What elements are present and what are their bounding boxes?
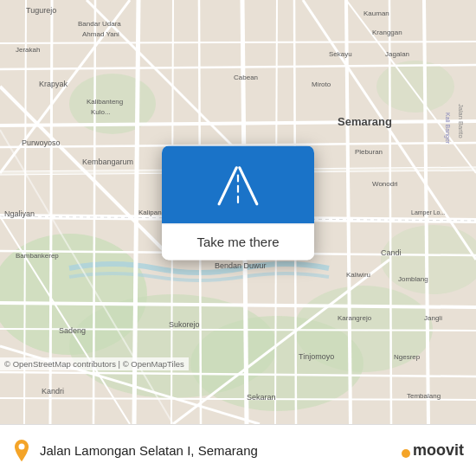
map-container[interactable]: Tugurejo Jerakah Bandar Udara Ahmad Yani… xyxy=(0,0,476,424)
road-navigation-icon xyxy=(208,158,268,210)
svg-text:Sekayu: Sekayu xyxy=(329,50,352,58)
moovit-text: moovit xyxy=(413,441,464,460)
svg-text:Kembangarum: Kembangarum xyxy=(82,158,133,166)
svg-text:Wonodri: Wonodri xyxy=(372,180,398,188)
popup-icon-area xyxy=(162,145,314,223)
moovit-logo: moovit xyxy=(402,441,464,460)
svg-text:Tembalang: Tembalang xyxy=(407,392,441,400)
svg-line-80 xyxy=(240,168,257,204)
svg-text:Jangli: Jangli xyxy=(424,314,442,322)
svg-text:Candi: Candi xyxy=(381,248,402,257)
svg-text:Jomblang: Jomblang xyxy=(398,275,428,283)
svg-text:Bambankerep: Bambankerep xyxy=(16,252,59,260)
svg-text:Kranggan: Kranggan xyxy=(372,29,402,36)
svg-text:Kulo...: Kulo... xyxy=(91,108,111,116)
svg-text:Bandar Udara: Bandar Udara xyxy=(78,20,121,28)
svg-line-79 xyxy=(219,168,236,204)
svg-text:Kandri: Kandri xyxy=(42,387,64,396)
svg-text:Ngesrep: Ngesrep xyxy=(394,353,421,361)
svg-text:Lamper Lo...: Lamper Lo... xyxy=(411,209,445,216)
svg-text:Sukorejo: Sukorejo xyxy=(169,320,200,329)
take-me-there-button[interactable]: Take me there xyxy=(162,223,314,260)
svg-text:Miroto: Miroto xyxy=(312,80,331,88)
svg-point-84 xyxy=(19,443,25,449)
svg-text:Semarang: Semarang xyxy=(338,115,392,128)
map-attribution: © OpenStreetMap contributors | © OpenMap… xyxy=(0,357,189,370)
svg-point-7 xyxy=(376,61,454,113)
svg-text:Krapyak: Krapyak xyxy=(39,80,68,88)
svg-text:Kali Banger: Kali Banger xyxy=(444,113,451,145)
svg-text:Ahmad Yani: Ahmad Yani xyxy=(82,30,119,38)
svg-text:Jalan Barito: Jalan Barito xyxy=(457,104,465,138)
svg-text:Tugurejo: Tugurejo xyxy=(26,6,56,15)
svg-text:Pleburan: Pleburan xyxy=(355,148,383,156)
location-label: Jalan Lamongan Selatan I, Semarang xyxy=(40,443,393,458)
svg-text:Kaliwiru: Kaliwiru xyxy=(346,271,370,279)
location-pin-icon xyxy=(12,439,31,463)
svg-text:Jagalan: Jagalan xyxy=(385,50,409,58)
bottom-bar: Jalan Lamongan Selatan I, Semarang moovi… xyxy=(0,424,476,476)
svg-text:Karangrejo: Karangrejo xyxy=(338,314,372,322)
svg-text:Sadeng: Sadeng xyxy=(59,326,86,335)
moovit-dot xyxy=(402,449,410,458)
svg-text:Kauman: Kauman xyxy=(363,10,389,17)
svg-text:Jerakah: Jerakah xyxy=(16,46,40,54)
svg-text:Bendan Duwur: Bendan Duwur xyxy=(215,261,267,270)
svg-text:Sekaran: Sekaran xyxy=(247,393,276,402)
svg-text:Kalibanteng: Kalibanteng xyxy=(87,98,123,106)
svg-text:Cabean: Cabean xyxy=(234,74,258,81)
svg-text:Tinjomoyo: Tinjomoyo xyxy=(299,352,334,361)
navigation-popup: Take me there xyxy=(162,145,314,260)
svg-text:Ngaliyan: Ngaliyan xyxy=(4,209,35,218)
svg-text:Purwoyoso: Purwoyoso xyxy=(22,138,61,147)
